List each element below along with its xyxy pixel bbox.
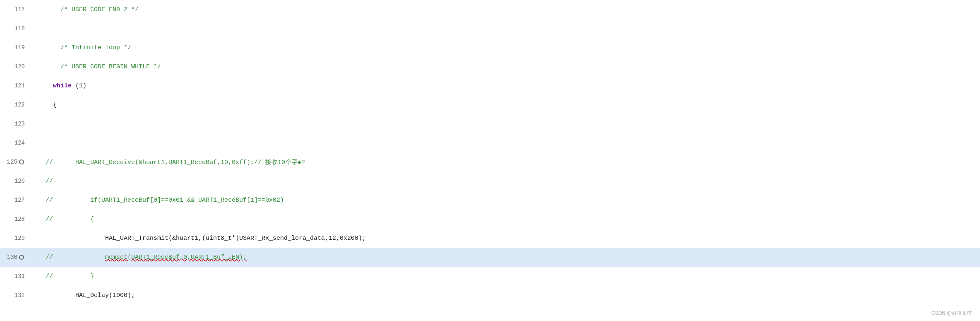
code-line-123: 123 [0, 114, 980, 133]
code-line-124: 124 [0, 133, 980, 152]
code-line-118: 118 [0, 19, 980, 38]
comment-120: /* USER CODE BEGIN WHILE */ [46, 63, 161, 70]
code-line-126: 126 // [0, 171, 980, 191]
line-content-126: // [33, 178, 53, 185]
line-number-117: 117 [0, 6, 33, 13]
line-number-119: 119 [0, 44, 33, 51]
line-number-121: 121 [0, 82, 33, 89]
comment-128: // { [46, 216, 94, 223]
line-content-117: /* USER CODE END 2 */ [33, 6, 139, 13]
line-number-132: 132 [0, 292, 33, 299]
line-number-127: 127 [0, 197, 33, 203]
code-line-125: 125 // HAL_UART_Receive(&huart1,UART1_Re… [0, 152, 980, 171]
line-content-127: // if(UART1_ReceBuf[0]==0x01 && UART1_Re… [33, 197, 284, 204]
line-content-121: while (1) [33, 82, 86, 89]
code-line-131: 131 // } [0, 267, 980, 286]
line-number-131: 131 [0, 273, 33, 280]
line-content-129: HAL_UART_Transmit(&huart1,(uint8_t*)USAR… [33, 235, 366, 242]
code-line-120: 120 /* USER CODE BEGIN WHILE */ [0, 57, 980, 76]
line-content-130: // memset(UART1_ReceBuf,0,UART1_Buf_LEN)… [33, 254, 247, 261]
line-content-125: // HAL_UART_Receive(&huart1,UART1_ReceBu… [33, 158, 305, 166]
code-line-119: 119 /* Infinite loop */ [0, 38, 980, 57]
line-content-128: // { [33, 216, 94, 223]
line-content-119: /* Infinite loop */ [33, 44, 131, 51]
line-number-130: 130 [0, 254, 33, 261]
circle-130 [19, 255, 24, 260]
comment-126: // [46, 178, 53, 185]
code-line-127: 127 // if(UART1_ReceBuf[0]==0x01 && UART… [0, 191, 980, 210]
code-line-130: 130 // memset(UART1_ReceBuf,0,UART1_Buf_… [0, 248, 980, 267]
line-content-122: { [33, 101, 57, 109]
watermark: CSDN @好奇龙猫 [931, 310, 972, 317]
line-content-120: /* USER CODE BEGIN WHILE */ [33, 63, 161, 70]
comment-127: // if(UART1_ReceBuf[0]==0x01 && UART1_Re… [46, 197, 284, 204]
code-line-129: 129 HAL_UART_Transmit(&huart1,(uint8_t*)… [0, 229, 980, 248]
line-number-124: 124 [0, 140, 33, 146]
line-number-120: 120 [0, 63, 33, 70]
code-line-122: 122 { [0, 95, 980, 114]
code-line-121: 121 while (1) [0, 76, 980, 95]
code-line-128: 128 // { [0, 210, 980, 229]
line-number-118: 118 [0, 25, 33, 32]
code-line-132: 132 HAL_Delay(1000); [0, 286, 980, 305]
code-line-117: 117 /* USER CODE END 2 */ [0, 0, 980, 19]
line-number-125: 125 [0, 159, 33, 165]
code-editor: 117 /* USER CODE END 2 */ 118 119 /* Inf… [0, 0, 980, 321]
keyword-while: while [53, 82, 72, 89]
line-number-129: 129 [0, 235, 33, 241]
line-number-126: 126 [0, 178, 33, 184]
line-number-123: 123 [0, 121, 33, 127]
comment-117: /* USER CODE END 2 */ [46, 6, 139, 13]
comment-125: // HAL_UART_Receive(&huart1,UART1_ReceBu… [46, 158, 305, 166]
code-content: 117 /* USER CODE END 2 */ 118 119 /* Inf… [0, 0, 980, 321]
comment-119: /* Infinite loop */ [46, 44, 131, 51]
memset-call: memset(UART1_ReceBuf,0,UART1_Buf_LEN); [105, 254, 247, 261]
comment-131: // } [46, 273, 94, 280]
circle-125 [19, 159, 24, 164]
line-number-128: 128 [0, 216, 33, 222]
line-number-122: 122 [0, 101, 33, 108]
line-content-132: HAL_Delay(1000); [33, 292, 135, 299]
line-content-131: // } [33, 273, 94, 280]
